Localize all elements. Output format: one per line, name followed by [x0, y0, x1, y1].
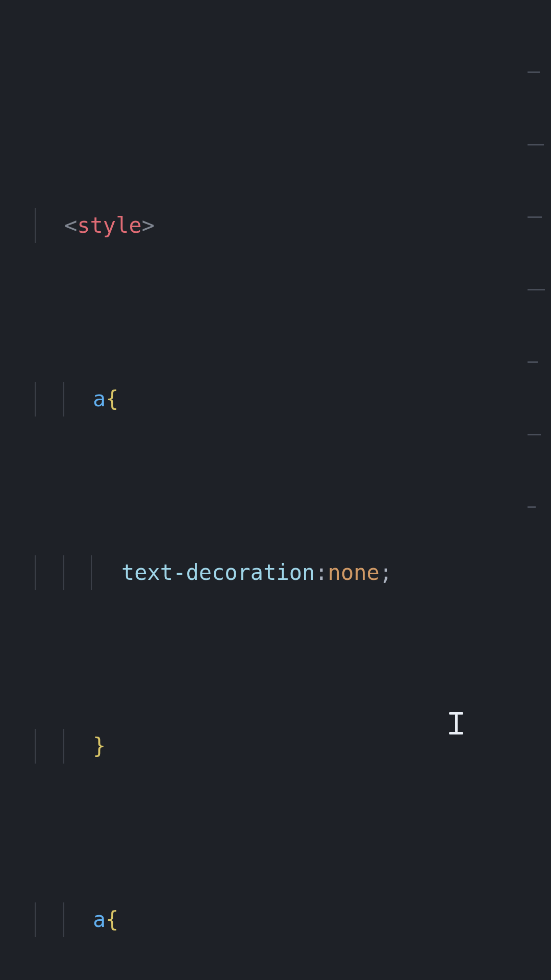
- css-value: none: [328, 555, 380, 590]
- text-cursor-icon: [449, 712, 463, 734]
- angle-bracket: >: [142, 208, 155, 243]
- brace-open: {: [106, 382, 118, 416]
- semicolon: ;: [380, 555, 392, 590]
- brace-open: {: [106, 902, 118, 937]
- tag-name: style: [77, 208, 141, 243]
- code-line[interactable]: a {: [0, 382, 551, 416]
- colon: :: [315, 555, 328, 590]
- code-editor[interactable]: <style> a { text-decoration: none; } a {…: [0, 0, 551, 980]
- brace-close: }: [93, 729, 106, 764]
- css-selector: a: [93, 382, 106, 416]
- css-selector: a: [93, 902, 106, 937]
- code-line[interactable]: a {: [0, 902, 551, 937]
- code-line[interactable]: text-decoration: none;: [0, 555, 551, 590]
- minimap[interactable]: [528, 2, 548, 28]
- angle-bracket: <: [64, 208, 77, 243]
- css-property: text-decoration: [121, 555, 315, 590]
- code-line[interactable]: <style>: [0, 208, 551, 243]
